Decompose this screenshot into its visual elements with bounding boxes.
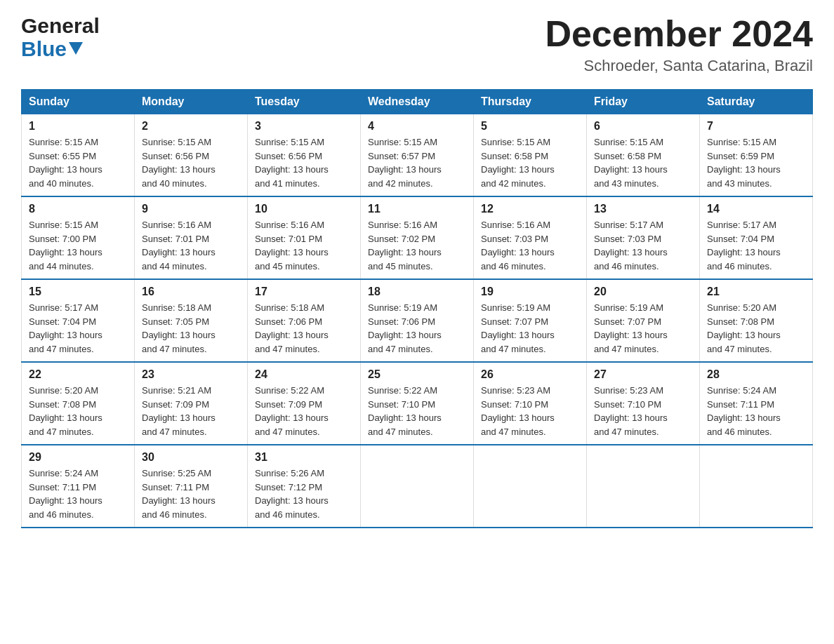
- calendar-day-cell: 12 Sunrise: 5:16 AMSunset: 7:03 PMDaylig…: [474, 196, 587, 279]
- calendar-day-cell: 6 Sunrise: 5:15 AMSunset: 6:58 PMDayligh…: [587, 114, 700, 197]
- day-info: Sunrise: 5:16 AMSunset: 7:01 PMDaylight:…: [255, 218, 353, 273]
- weekday-header-sunday: Sunday: [22, 90, 135, 114]
- day-info: Sunrise: 5:17 AMSunset: 7:03 PMDaylight:…: [594, 218, 692, 273]
- day-info: Sunrise: 5:15 AMSunset: 7:00 PMDaylight:…: [29, 218, 127, 273]
- day-info: Sunrise: 5:15 AMSunset: 6:57 PMDaylight:…: [368, 135, 466, 190]
- calendar-day-cell: 1 Sunrise: 5:15 AMSunset: 6:55 PMDayligh…: [22, 114, 135, 197]
- day-number: 11: [368, 203, 466, 215]
- day-number: 8: [29, 203, 127, 215]
- weekday-header-wednesday: Wednesday: [361, 90, 474, 114]
- calendar-day-cell: 19 Sunrise: 5:19 AMSunset: 7:07 PMDaylig…: [474, 279, 587, 362]
- day-number: 29: [29, 451, 127, 464]
- calendar-week-row: 22 Sunrise: 5:20 AMSunset: 7:08 PMDaylig…: [22, 362, 813, 445]
- calendar-week-row: 1 Sunrise: 5:15 AMSunset: 6:55 PMDayligh…: [22, 114, 813, 197]
- day-number: 26: [481, 368, 579, 381]
- logo-triangle-icon: [69, 42, 83, 55]
- day-number: 18: [368, 286, 466, 298]
- weekday-header-thursday: Thursday: [474, 90, 587, 114]
- day-info: Sunrise: 5:16 AMSunset: 7:01 PMDaylight:…: [142, 218, 240, 273]
- logo: General Blue: [21, 14, 100, 60]
- day-info: Sunrise: 5:19 AMSunset: 7:07 PMDaylight:…: [594, 301, 692, 356]
- calendar-day-cell: 31 Sunrise: 5:26 AMSunset: 7:12 PMDaylig…: [248, 445, 361, 528]
- day-info: Sunrise: 5:15 AMSunset: 6:59 PMDaylight:…: [707, 135, 805, 190]
- day-number: 16: [142, 286, 240, 298]
- day-info: Sunrise: 5:17 AMSunset: 7:04 PMDaylight:…: [29, 301, 127, 356]
- calendar-day-cell: 15 Sunrise: 5:17 AMSunset: 7:04 PMDaylig…: [22, 279, 135, 362]
- day-info: Sunrise: 5:16 AMSunset: 7:02 PMDaylight:…: [368, 218, 466, 273]
- calendar-day-cell: 20 Sunrise: 5:19 AMSunset: 7:07 PMDaylig…: [587, 279, 700, 362]
- calendar-day-cell: 25 Sunrise: 5:22 AMSunset: 7:10 PMDaylig…: [361, 362, 474, 445]
- calendar-day-cell: 2 Sunrise: 5:15 AMSunset: 6:56 PMDayligh…: [135, 114, 248, 197]
- calendar-day-cell: 11 Sunrise: 5:16 AMSunset: 7:02 PMDaylig…: [361, 196, 474, 279]
- calendar-day-cell: 9 Sunrise: 5:16 AMSunset: 7:01 PMDayligh…: [135, 196, 248, 279]
- day-info: Sunrise: 5:15 AMSunset: 6:58 PMDaylight:…: [481, 135, 579, 190]
- day-number: 12: [481, 203, 579, 215]
- day-number: 24: [255, 368, 353, 381]
- day-number: 2: [142, 120, 240, 133]
- day-info: Sunrise: 5:22 AMSunset: 7:09 PMDaylight:…: [255, 384, 353, 438]
- calendar-title: December 2024: [545, 14, 813, 54]
- calendar-day-cell: 27 Sunrise: 5:23 AMSunset: 7:10 PMDaylig…: [587, 362, 700, 445]
- calendar-day-cell: 16 Sunrise: 5:18 AMSunset: 7:05 PMDaylig…: [135, 279, 248, 362]
- weekday-header-saturday: Saturday: [700, 90, 813, 114]
- logo-general: General: [21, 14, 100, 37]
- day-info: Sunrise: 5:15 AMSunset: 6:55 PMDaylight:…: [29, 135, 127, 190]
- calendar-day-cell: [474, 445, 587, 528]
- calendar-day-cell: 14 Sunrise: 5:17 AMSunset: 7:04 PMDaylig…: [700, 196, 813, 279]
- calendar-week-row: 15 Sunrise: 5:17 AMSunset: 7:04 PMDaylig…: [22, 279, 813, 362]
- calendar-day-cell: 21 Sunrise: 5:20 AMSunset: 7:08 PMDaylig…: [700, 279, 813, 362]
- calendar-day-cell: 17 Sunrise: 5:18 AMSunset: 7:06 PMDaylig…: [248, 279, 361, 362]
- calendar-week-row: 8 Sunrise: 5:15 AMSunset: 7:00 PMDayligh…: [22, 196, 813, 279]
- calendar-day-cell: 13 Sunrise: 5:17 AMSunset: 7:03 PMDaylig…: [587, 196, 700, 279]
- day-info: Sunrise: 5:22 AMSunset: 7:10 PMDaylight:…: [368, 384, 466, 438]
- day-number: 28: [707, 368, 805, 381]
- day-info: Sunrise: 5:26 AMSunset: 7:12 PMDaylight:…: [255, 467, 353, 521]
- day-info: Sunrise: 5:19 AMSunset: 7:06 PMDaylight:…: [368, 301, 466, 356]
- weekday-header-row: SundayMondayTuesdayWednesdayThursdayFrid…: [22, 90, 813, 114]
- calendar-day-cell: [587, 445, 700, 528]
- calendar-day-cell: 8 Sunrise: 5:15 AMSunset: 7:00 PMDayligh…: [22, 196, 135, 279]
- day-number: 30: [142, 451, 240, 464]
- day-number: 31: [255, 451, 353, 464]
- day-number: 25: [368, 368, 466, 381]
- day-info: Sunrise: 5:15 AMSunset: 6:56 PMDaylight:…: [255, 135, 353, 190]
- calendar-day-cell: 7 Sunrise: 5:15 AMSunset: 6:59 PMDayligh…: [700, 114, 813, 197]
- calendar-day-cell: 5 Sunrise: 5:15 AMSunset: 6:58 PMDayligh…: [474, 114, 587, 197]
- day-info: Sunrise: 5:19 AMSunset: 7:07 PMDaylight:…: [481, 301, 579, 356]
- day-number: 21: [707, 286, 805, 298]
- calendar-week-row: 29 Sunrise: 5:24 AMSunset: 7:11 PMDaylig…: [22, 445, 813, 528]
- calendar-day-cell: [700, 445, 813, 528]
- day-info: Sunrise: 5:15 AMSunset: 6:58 PMDaylight:…: [594, 135, 692, 190]
- day-number: 10: [255, 203, 353, 215]
- day-info: Sunrise: 5:16 AMSunset: 7:03 PMDaylight:…: [481, 218, 579, 273]
- day-number: 9: [142, 203, 240, 215]
- day-number: 5: [481, 120, 579, 133]
- day-info: Sunrise: 5:24 AMSunset: 7:11 PMDaylight:…: [707, 384, 805, 438]
- day-number: 22: [29, 368, 127, 381]
- calendar-day-cell: 26 Sunrise: 5:23 AMSunset: 7:10 PMDaylig…: [474, 362, 587, 445]
- calendar-title-area: December 2024 Schroeder, Santa Catarina,…: [545, 14, 813, 75]
- day-number: 3: [255, 120, 353, 133]
- day-info: Sunrise: 5:15 AMSunset: 6:56 PMDaylight:…: [142, 135, 240, 190]
- day-info: Sunrise: 5:18 AMSunset: 7:05 PMDaylight:…: [142, 301, 240, 356]
- day-number: 17: [255, 286, 353, 298]
- calendar-day-cell: 30 Sunrise: 5:25 AMSunset: 7:11 PMDaylig…: [135, 445, 248, 528]
- day-number: 14: [707, 203, 805, 215]
- day-number: 15: [29, 286, 127, 298]
- calendar-day-cell: 29 Sunrise: 5:24 AMSunset: 7:11 PMDaylig…: [22, 445, 135, 528]
- weekday-header-tuesday: Tuesday: [248, 90, 361, 114]
- weekday-header-monday: Monday: [135, 90, 248, 114]
- day-info: Sunrise: 5:23 AMSunset: 7:10 PMDaylight:…: [481, 384, 579, 438]
- day-number: 27: [594, 368, 692, 381]
- calendar-day-cell: 24 Sunrise: 5:22 AMSunset: 7:09 PMDaylig…: [248, 362, 361, 445]
- day-number: 20: [594, 286, 692, 298]
- calendar-subtitle: Schroeder, Santa Catarina, Brazil: [545, 57, 813, 75]
- calendar-day-cell: 23 Sunrise: 5:21 AMSunset: 7:09 PMDaylig…: [135, 362, 248, 445]
- day-info: Sunrise: 5:20 AMSunset: 7:08 PMDaylight:…: [707, 301, 805, 356]
- calendar-day-cell: 28 Sunrise: 5:24 AMSunset: 7:11 PMDaylig…: [700, 362, 813, 445]
- logo-blue: Blue: [21, 37, 67, 60]
- day-info: Sunrise: 5:23 AMSunset: 7:10 PMDaylight:…: [594, 384, 692, 438]
- calendar-day-cell: 22 Sunrise: 5:20 AMSunset: 7:08 PMDaylig…: [22, 362, 135, 445]
- calendar-table: SundayMondayTuesdayWednesdayThursdayFrid…: [21, 89, 813, 528]
- day-number: 6: [594, 120, 692, 133]
